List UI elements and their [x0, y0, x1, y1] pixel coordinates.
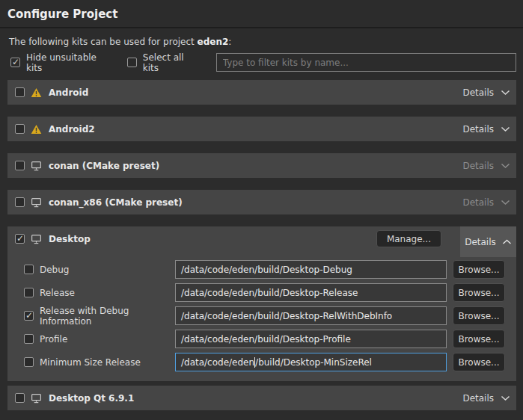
build-config-checkbox[interactable] — [24, 357, 34, 367]
kit-checkbox[interactable] — [15, 393, 25, 403]
build-dir-value: /data/code/eden/build/Desktop-Profile — [181, 334, 351, 345]
build-config-label: Release — [40, 288, 75, 298]
kit-name: Desktop — [49, 234, 91, 244]
build-dir-input-relwithdebinfo[interactable]: /data/code/eden/build/Desktop-RelWithDeb… — [175, 306, 447, 325]
desktop-icon — [31, 393, 42, 404]
build-config-label-wrap: Profile — [24, 334, 175, 345]
build-config-row-release: Release /data/code/eden/build/Desktop-Re… — [16, 283, 505, 302]
build-config-checkbox[interactable] — [24, 334, 34, 344]
details-label: Details — [462, 197, 494, 208]
page-title: Configure Project — [7, 7, 117, 21]
intro-text-before: The following kits can be used for proje… — [9, 37, 198, 47]
kit-section-desktop: Desktop Manage... Details Debug /data/co… — [7, 226, 516, 381]
checkbox-checked-icon — [10, 58, 20, 67]
build-dir-input-minsizerel[interactable]: /data/code/eden /build/Desktop-MinSizeRe… — [175, 353, 447, 371]
build-config-label: Release with Debug Information — [40, 306, 175, 327]
details-label: Details — [462, 393, 494, 404]
title-separator — [0, 27, 523, 28]
build-dir-value: /data/code/eden/build/Desktop-Debug — [181, 265, 352, 275]
build-dir-value-before-caret: /data/code/eden — [181, 357, 254, 368]
kit-row-android2: Android2 Details — [7, 117, 516, 141]
details-label: Details — [462, 124, 494, 135]
details-label: Details — [462, 161, 494, 171]
desktop-icon — [31, 197, 42, 208]
details-label: Details — [465, 237, 496, 247]
browse-button[interactable]: Browse... — [453, 260, 505, 279]
browse-button[interactable]: Browse... — [453, 306, 505, 325]
build-config-checkbox[interactable] — [24, 288, 34, 297]
build-dir-input-release[interactable]: /data/code/eden/build/Desktop-Release — [175, 283, 447, 302]
browse-button[interactable]: Browse... — [453, 353, 505, 371]
build-dir-value: /data/code/eden/build/Desktop-RelWithDeb… — [181, 311, 392, 321]
chevron-down-icon — [501, 395, 510, 401]
build-config-label-wrap: Release with Debug Information — [24, 306, 175, 327]
chevron-down-icon — [501, 126, 510, 132]
kit-name: Android2 — [49, 124, 95, 135]
chevron-down-icon — [501, 163, 510, 169]
select-all-kits-checkbox[interactable]: Select all kits — [127, 52, 198, 73]
build-config-row-profile: Profile /data/code/eden/build/Desktop-Pr… — [16, 330, 505, 348]
build-config-label-wrap: Minimum Size Release — [24, 357, 175, 368]
chevron-down-icon — [501, 90, 510, 96]
build-dir-value: /data/code/eden/build/Desktop-Release — [181, 288, 358, 298]
build-config-label-wrap: Release — [24, 288, 175, 298]
kit-name: Desktop Qt 6.9.1 — [49, 393, 134, 404]
kit-name: conan_x86 (CMake preset) — [49, 197, 183, 208]
details-toggle[interactable]: Details — [462, 87, 510, 98]
browse-button[interactable]: Browse... — [453, 283, 505, 302]
details-toggle[interactable]: Details — [462, 393, 510, 404]
browse-button[interactable]: Browse... — [453, 330, 505, 348]
details-toggle[interactable]: Details — [462, 197, 510, 208]
build-config-checkbox[interactable] — [24, 265, 34, 274]
kit-controls-bar: Hide unsuitable kits Select all kits — [10, 53, 516, 72]
intro-text-after: : — [228, 37, 231, 47]
build-dir-value-after-caret: /build/Desktop-MinSizeRel — [255, 357, 372, 368]
build-config-label: Minimum Size Release — [40, 357, 141, 368]
build-config-label: Debug — [40, 265, 69, 275]
build-dir-input-profile[interactable]: /data/code/eden/build/Desktop-Profile — [175, 330, 447, 348]
kit-row-conan: conan (CMake preset) Details — [7, 153, 516, 178]
kit-checkbox[interactable] — [15, 87, 25, 97]
kit-checkbox[interactable] — [15, 124, 25, 134]
configure-project-page: Configure Project The following kits can… — [0, 0, 523, 420]
build-config-list: Debug /data/code/eden/build/Desktop-Debu… — [16, 260, 505, 371]
desktop-icon — [31, 234, 42, 244]
project-name: eden2 — [198, 37, 229, 47]
kit-checkbox[interactable] — [15, 161, 25, 170]
warning-icon — [31, 87, 42, 98]
details-toggle[interactable]: Details — [462, 124, 510, 135]
build-dir-input-debug[interactable]: /data/code/eden/build/Desktop-Debug — [175, 260, 447, 279]
chevron-up-icon — [502, 239, 512, 245]
build-config-label-wrap: Debug — [24, 265, 175, 275]
warning-icon — [31, 124, 42, 135]
select-all-kits-label: Select all kits — [143, 52, 198, 73]
manage-kits-button[interactable]: Manage... — [376, 230, 441, 247]
build-config-row-debug: Debug /data/code/eden/build/Desktop-Debu… — [16, 260, 505, 279]
checkbox-unchecked-icon — [127, 58, 137, 67]
chevron-down-icon — [501, 200, 510, 206]
kit-checkbox[interactable] — [15, 197, 25, 207]
kit-filter-input[interactable] — [216, 53, 516, 72]
kit-checkbox[interactable] — [15, 234, 25, 244]
build-config-checkbox[interactable] — [24, 311, 34, 321]
kit-name: Android — [49, 87, 88, 98]
kit-row-desktop-qt: Desktop Qt 6.9.1 Details — [7, 386, 516, 410]
desktop-icon — [31, 161, 42, 171]
build-config-label: Profile — [40, 334, 67, 345]
kit-row-conan-x86: conan_x86 (CMake preset) Details — [7, 190, 516, 214]
hide-unsuitable-kits-label: Hide unsuitable kits — [26, 52, 109, 73]
kit-row-android: Android Details — [7, 80, 516, 105]
details-toggle-expanded[interactable]: Details — [460, 226, 516, 257]
build-config-row-relwithdebinfo: Release with Debug Information /data/cod… — [16, 306, 505, 325]
intro-text: The following kits can be used for proje… — [9, 37, 231, 47]
build-config-row-minsizerel: Minimum Size Release /data/code/eden /bu… — [16, 353, 505, 371]
details-label: Details — [462, 87, 494, 98]
kit-name: conan (CMake preset) — [49, 161, 159, 171]
hide-unsuitable-kits-checkbox[interactable]: Hide unsuitable kits — [10, 52, 109, 73]
kit-row-desktop: Desktop Manage... Details — [7, 226, 516, 251]
details-toggle[interactable]: Details — [462, 161, 510, 171]
